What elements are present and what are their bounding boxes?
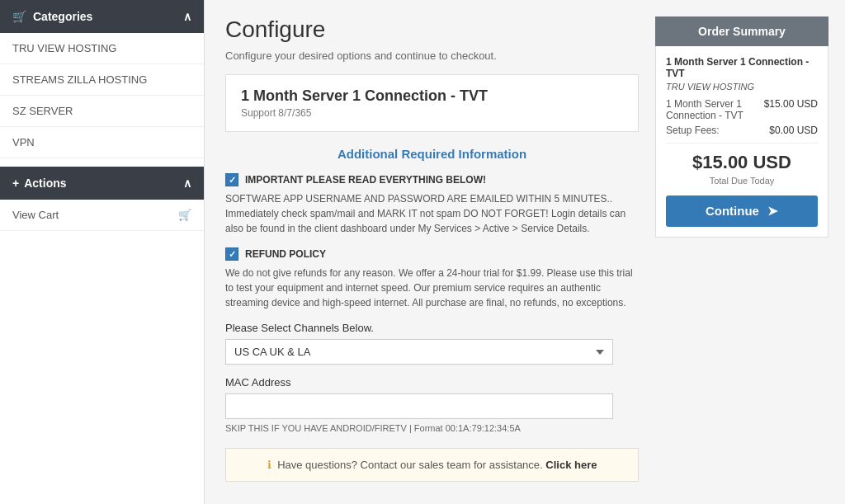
order-line2-label: Setup Fees: (666, 125, 769, 136)
mac-hint: SKIP THIS IF YOU HAVE ANDROID/FIRETV | F… (225, 423, 639, 433)
cart-icon: 🛒 (12, 10, 26, 23)
additional-info-title: Additional Required Information (225, 147, 639, 161)
product-box: 1 Month Server 1 Connection - TVT Suppor… (225, 74, 639, 132)
help-banner: ℹ Have questions? Contact our sales team… (225, 448, 639, 482)
important-label: IMPORTANT PLEASE READ EVERYTHING BELOW! (245, 174, 486, 186)
page-title: Configure (225, 16, 639, 43)
categories-chevron: ∧ (183, 10, 191, 23)
continue-label: Continue (706, 204, 759, 218)
refund-section: REFUND POLICY We do not give refunds for… (225, 247, 639, 310)
order-line1-label: 1 Month Server 1 Connection - TVT (666, 98, 764, 121)
click-here-link[interactable]: Click here (545, 459, 597, 471)
order-line-2: Setup Fees: $0.00 USD (666, 125, 818, 136)
order-line2-value: $0.00 USD (769, 125, 818, 136)
view-cart-item[interactable]: View Cart 🛒 (0, 200, 204, 231)
mac-input[interactable] (225, 393, 613, 419)
order-line1-value: $15.00 USD (764, 98, 818, 121)
order-total-label: Total Due Today (666, 176, 818, 186)
important-section: IMPORTANT PLEASE READ EVERYTHING BELOW! … (225, 173, 639, 236)
product-support: Support 8/7/365 (241, 107, 623, 119)
order-line-1: 1 Month Server 1 Connection - TVT $15.00… (666, 98, 818, 121)
plus-icon: + (12, 177, 19, 190)
order-summary: Order Summary 1 Month Server 1 Connectio… (655, 16, 828, 238)
actions-chevron: ∧ (183, 177, 191, 190)
sidebar: 🛒 Categories ∧ TRU VIEW HOSTING STREAMS … (0, 0, 205, 504)
view-cart-label: View Cart (12, 209, 59, 221)
channels-label: Please Select Channels Below. (225, 322, 639, 334)
sidebar-item-sz-server[interactable]: SZ SERVER (0, 96, 204, 127)
order-product-name: 1 Month Server 1 Connection - TVT (666, 56, 818, 79)
order-divider (666, 143, 818, 144)
continue-button[interactable]: Continue ➤ (666, 195, 818, 227)
important-text: SOFTWARE APP USERNAME AND PASSWORD ARE E… (225, 191, 639, 236)
channels-section: Please Select Channels Below. US CA UK &… (225, 322, 639, 365)
help-icon: ℹ (267, 459, 271, 471)
channels-select[interactable]: US CA UK & LA US Only CA Only UK Only LA… (225, 339, 613, 365)
main-content: Configure Configure your desired options… (225, 16, 639, 482)
mac-section: MAC Address SKIP THIS IF YOU HAVE ANDROI… (225, 376, 639, 433)
order-total: $15.00 USD (666, 152, 818, 173)
help-text: Have questions? Contact our sales team f… (277, 459, 543, 471)
important-checkbox[interactable] (225, 173, 238, 186)
mac-label: MAC Address (225, 376, 639, 389)
product-name: 1 Month Server 1 Connection - TVT (241, 87, 623, 105)
refund-label: REFUND POLICY (245, 248, 326, 260)
order-summary-header: Order Summary (655, 16, 828, 46)
categories-header: 🛒 Categories ∧ (0, 0, 204, 33)
sidebar-item-streams-zilla-hosting[interactable]: STREAMS ZILLA HOSTING (0, 64, 204, 96)
actions-section: + Actions ∧ View Cart 🛒 (0, 167, 204, 231)
order-summary-body: 1 Month Server 1 Connection - TVT TRU VI… (655, 46, 828, 238)
order-hosting-label: TRU VIEW HOSTING (666, 82, 818, 92)
page-subtitle: Configure your desired options and conti… (225, 49, 639, 62)
sidebar-item-vpn[interactable]: VPN (0, 127, 204, 158)
view-cart-icon: 🛒 (178, 209, 191, 221)
sidebar-item-tru-view-hosting[interactable]: TRU VIEW HOSTING (0, 33, 204, 64)
refund-text: We do not give refunds for any reason. W… (225, 266, 639, 310)
actions-header: + Actions ∧ (0, 167, 204, 200)
actions-label: Actions (24, 177, 66, 190)
refund-checkbox[interactable] (225, 247, 238, 261)
categories-label: Categories (33, 10, 92, 23)
continue-arrow-icon: ➤ (767, 204, 778, 218)
